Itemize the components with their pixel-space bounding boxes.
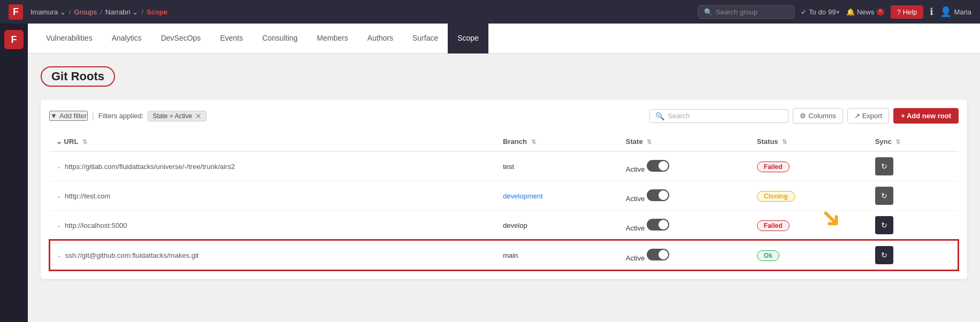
tab-devsecops[interactable]: DevSecOps <box>151 24 211 53</box>
tab-surface[interactable]: Surface <box>403 24 448 53</box>
sync-cell: ↻ <box>869 240 958 270</box>
tab-scope[interactable]: Scope <box>448 24 488 53</box>
state-toggle[interactable] <box>647 249 669 260</box>
url-link[interactable]: http://localhost:5000 <box>65 221 127 229</box>
status-badge: Cloning <box>757 191 795 202</box>
col-state: State ⇅ <box>619 132 751 151</box>
bell-icon: 🔔 <box>846 8 855 16</box>
search-group-input[interactable] <box>716 8 791 16</box>
breadcrumb-area: F Imamura ⌄ / Groups / Narrabri ⌄ / Scop… <box>9 4 167 20</box>
help-icon: ? <box>897 8 901 16</box>
sync-button[interactable]: ↻ <box>875 246 893 264</box>
sidebar: F <box>0 24 28 322</box>
status-badge: Failed <box>757 162 790 172</box>
state-toggle[interactable] <box>647 160 669 172</box>
url-link[interactable]: https://gitlab.com/fluidattacks/universe… <box>65 163 235 171</box>
top-nav-right: 🔍 ✓ To do 99+ 🔔 News ° ? Help ℹ 👤 Maria <box>698 5 971 19</box>
help-button[interactable]: ? Help <box>891 5 924 19</box>
avatar-icon: 👤 <box>940 6 952 18</box>
breadcrumb-groups[interactable]: Groups <box>74 8 97 16</box>
state-toggle[interactable] <box>647 189 669 201</box>
remove-filter-button[interactable]: ✕ <box>195 112 202 120</box>
add-filter-button[interactable]: ▼ Add filter <box>49 111 88 121</box>
filter-chip-label: State = Active <box>152 112 192 120</box>
news-nav-item[interactable]: 🔔 News ° <box>846 8 884 16</box>
row-expand-chevron[interactable]: ⌄ <box>57 251 62 259</box>
filter-separator: | <box>92 112 94 120</box>
status-cell: Failed <box>751 211 869 241</box>
status-badge: Ok <box>757 250 779 261</box>
sync-cell: ↻ <box>869 181 958 211</box>
tab-events[interactable]: Events <box>210 24 252 53</box>
active-filter-chip[interactable]: State = Active ✕ <box>148 111 206 121</box>
toolbar: ▼ Add filter | Filters applied: State = … <box>49 108 959 124</box>
table-row: ⌄ htttp://test.com development Active <box>50 181 958 211</box>
url-cell: ⌄ https://gitlab.com/fluidattacks/univer… <box>50 151 496 181</box>
url-link[interactable]: ssh://git@github.com:fluidattacks/makes.… <box>65 251 198 259</box>
status-badge: Failed <box>757 220 790 231</box>
breadcrumb-scope: Scope <box>147 8 167 16</box>
table-container: ▼ Add filter | Filters applied: State = … <box>41 99 967 279</box>
tab-members[interactable]: Members <box>307 24 357 53</box>
row-expand-chevron[interactable]: ⌄ <box>56 221 62 229</box>
tab-consulting[interactable]: Consulting <box>252 24 307 53</box>
search-icon: 🔍 <box>655 112 664 120</box>
columns-icon: ⚙ <box>800 112 806 120</box>
table-row: ⌄ http://localhost:5000 develop Active F… <box>50 211 958 241</box>
tab-analytics[interactable]: Analytics <box>102 24 151 53</box>
sync-button[interactable]: ↻ <box>875 187 893 205</box>
url-cell: ⌄ http://localhost:5000 <box>50 211 496 241</box>
branch-cell: test <box>496 151 619 181</box>
tab-authors[interactable]: Authors <box>358 24 403 53</box>
tab-bar: Vulnerabilities Analytics DevSecOps Even… <box>28 24 980 53</box>
table-search-box[interactable]: 🔍 <box>649 109 788 123</box>
status-cell: Ok <box>751 240 869 270</box>
table-header-row: ⌄ URL ⇅ Branch ⇅ State ⇅ Status ⇅ <box>50 132 958 151</box>
news-badge: ° <box>877 9 884 16</box>
export-button[interactable]: ↗ Export <box>847 108 890 124</box>
info-icon[interactable]: ℹ <box>930 6 933 18</box>
row-expand-chevron[interactable]: ⌄ <box>56 192 62 200</box>
table-search-input[interactable] <box>668 112 783 120</box>
branch-cell: develop <box>496 211 619 241</box>
user-menu[interactable]: 👤 Maria <box>940 6 971 18</box>
git-roots-title: Git Roots <box>41 66 115 87</box>
top-navigation: F Imamura ⌄ / Groups / Narrabri ⌄ / Scop… <box>0 0 980 24</box>
state-sort-icon[interactable]: ⇅ <box>647 139 652 145</box>
branch-cell: development <box>496 181 619 211</box>
url-sort-icon[interactable]: ⇅ <box>82 139 87 145</box>
url-cell: ⌄ ssh://git@github.com:fluidattacks/make… <box>50 240 496 270</box>
state-cell: Active <box>619 211 751 241</box>
news-label: News <box>857 8 875 16</box>
row-expand-chevron[interactable]: ⌄ <box>56 163 62 170</box>
url-link[interactable]: htttp://test.com <box>65 192 110 200</box>
breadcrumb-imamura[interactable]: Imamura ⌄ <box>30 8 66 16</box>
col-sync: Sync ⇅ <box>869 132 958 151</box>
state-cell: Active <box>619 240 751 270</box>
col-status: Status ⇅ <box>751 132 869 151</box>
branch-link[interactable]: development <box>503 192 542 200</box>
checkmark-icon: ✓ <box>801 8 807 16</box>
state-toggle[interactable] <box>647 219 669 231</box>
sidebar-home-icon[interactable]: F <box>4 30 24 49</box>
branch-sort-icon[interactable]: ⇅ <box>531 139 536 145</box>
state-cell: Active <box>619 181 751 211</box>
sync-button[interactable]: ↻ <box>875 157 893 175</box>
search-group-box[interactable]: 🔍 <box>698 5 794 19</box>
sync-sort-icon[interactable]: ⇅ <box>895 139 900 145</box>
state-cell: Active <box>619 151 751 181</box>
status-cell: Failed <box>751 151 869 181</box>
tab-vulnerabilities[interactable]: Vulnerabilities <box>36 24 102 53</box>
table-row-highlighted: ⌄ ssh://git@github.com:fluidattacks/make… <box>50 240 958 270</box>
toolbar-right: 🔍 ⚙ Columns ↗ Export + Add new root <box>649 108 959 124</box>
todo-nav-item[interactable]: ✓ To do 99+ <box>801 8 840 16</box>
status-sort-icon[interactable]: ⇅ <box>782 139 787 145</box>
add-root-button[interactable]: + Add new root <box>893 108 959 124</box>
brand-icon[interactable]: F <box>9 4 23 20</box>
columns-button[interactable]: ⚙ Columns <box>793 108 843 124</box>
col-branch: Branch ⇅ <box>496 132 619 151</box>
branch-cell: main <box>496 240 619 270</box>
sync-button[interactable]: ↻ <box>875 216 893 234</box>
filters-applied-label: Filters applied: <box>98 112 144 120</box>
breadcrumb-narrabri[interactable]: Narrabri ⌄ <box>105 8 139 16</box>
